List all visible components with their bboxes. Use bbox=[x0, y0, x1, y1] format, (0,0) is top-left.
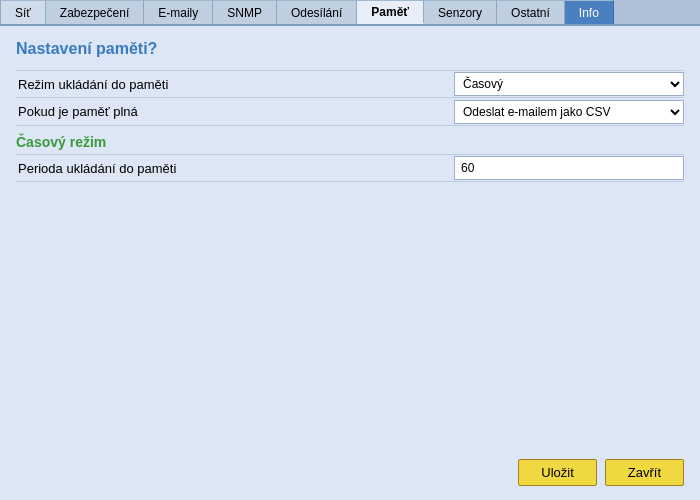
select-storage-mode[interactable]: Časový Manuální Automatický bbox=[454, 72, 684, 96]
tab-zabezpeceni[interactable]: Zabezpečení bbox=[46, 0, 144, 24]
form-row-memory-full: Pokud je paměť plná Odeslat e-mailem jak… bbox=[16, 98, 684, 126]
label-period: Perioda ukládání do paměti bbox=[16, 157, 454, 180]
tab-ostatni[interactable]: Ostatní bbox=[497, 0, 565, 24]
tab-bar: Síť Zabezpečení E-maily SNMP Odesílání P… bbox=[0, 0, 700, 26]
control-memory-full: Odeslat e-mailem jako CSV Přepsat nejsta… bbox=[454, 100, 684, 124]
select-memory-full[interactable]: Odeslat e-mailem jako CSV Přepsat nejsta… bbox=[454, 100, 684, 124]
tab-emaily[interactable]: E-maily bbox=[144, 0, 213, 24]
content-area: Nastavení paměti? Režim ukládání do pamě… bbox=[0, 26, 700, 500]
control-period bbox=[454, 156, 684, 180]
tab-senzory[interactable]: Senzory bbox=[424, 0, 497, 24]
label-memory-full: Pokud je paměť plná bbox=[16, 100, 454, 123]
form-section-main: Režim ukládání do paměti Časový Manuální… bbox=[16, 70, 684, 126]
form-section-time: Perioda ukládání do paměti bbox=[16, 154, 684, 182]
label-storage-mode: Režim ukládání do paměti bbox=[16, 73, 454, 96]
tab-sit[interactable]: Síť bbox=[0, 0, 46, 24]
bottom-bar: Uložit Zavřít bbox=[518, 459, 684, 486]
input-period[interactable] bbox=[454, 156, 684, 180]
section-heading-time: Časový režim bbox=[16, 126, 684, 154]
close-button[interactable]: Zavřít bbox=[605, 459, 684, 486]
tab-odesilani[interactable]: Odesílání bbox=[277, 0, 357, 24]
form-row-storage-mode: Režim ukládání do paměti Časový Manuální… bbox=[16, 70, 684, 98]
save-button[interactable]: Uložit bbox=[518, 459, 597, 486]
form-row-period: Perioda ukládání do paměti bbox=[16, 154, 684, 182]
tab-snmp[interactable]: SNMP bbox=[213, 0, 277, 24]
tab-pamet[interactable]: Paměť bbox=[357, 0, 424, 24]
page-title: Nastavení paměti? bbox=[16, 40, 684, 58]
control-storage-mode: Časový Manuální Automatický bbox=[454, 72, 684, 96]
tab-info[interactable]: Info bbox=[565, 0, 614, 24]
